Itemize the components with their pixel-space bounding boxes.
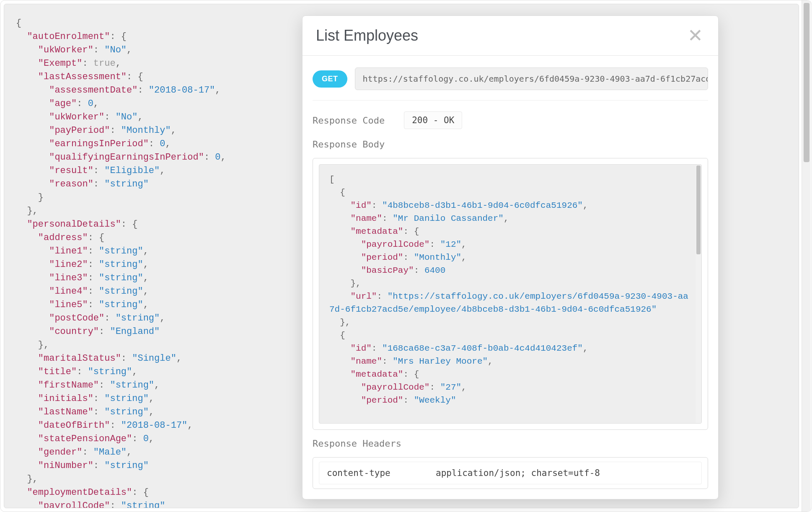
- response-headers-label: Response Headers: [313, 438, 708, 449]
- http-method-badge: GET: [313, 70, 347, 88]
- page-scrollbar-thumb[interactable]: [804, 3, 809, 162]
- response-header-row: content-type application/json; charset=u…: [319, 462, 702, 484]
- response-body-json[interactable]: [ { "id": "4b8bceb8-d3b1-46b1-9d04-6c0df…: [319, 164, 702, 424]
- modal-header: List Employees ✕: [303, 16, 718, 56]
- response-headers-box: content-type application/json; charset=u…: [313, 457, 708, 489]
- request-row: GET https://staffology.co.uk/employers/6…: [313, 67, 708, 101]
- list-employees-modal: List Employees ✕ GET https://staffology.…: [302, 16, 719, 499]
- modal-title: List Employees: [316, 27, 418, 44]
- response-body-box: [ { "id": "4b8bceb8-d3b1-46b1-9d04-6c0df…: [313, 158, 708, 430]
- response-code-row: Response Code 200 - OK: [313, 109, 708, 131]
- response-body-scrollbar-thumb[interactable]: [696, 165, 701, 254]
- request-url-field[interactable]: https://staffology.co.uk/employers/6fd04…: [355, 67, 708, 90]
- close-icon[interactable]: ✕: [688, 26, 703, 45]
- response-body-scrollbar[interactable]: [696, 165, 701, 423]
- page-scrollbar[interactable]: [802, 0, 811, 512]
- response-header-key: content-type: [327, 468, 436, 478]
- response-code-label: Response Code: [313, 115, 385, 126]
- response-header-value: application/json; charset=utf-8: [436, 468, 600, 478]
- response-code-value: 200 - OK: [404, 111, 462, 129]
- response-body-label: Response Body: [313, 139, 708, 150]
